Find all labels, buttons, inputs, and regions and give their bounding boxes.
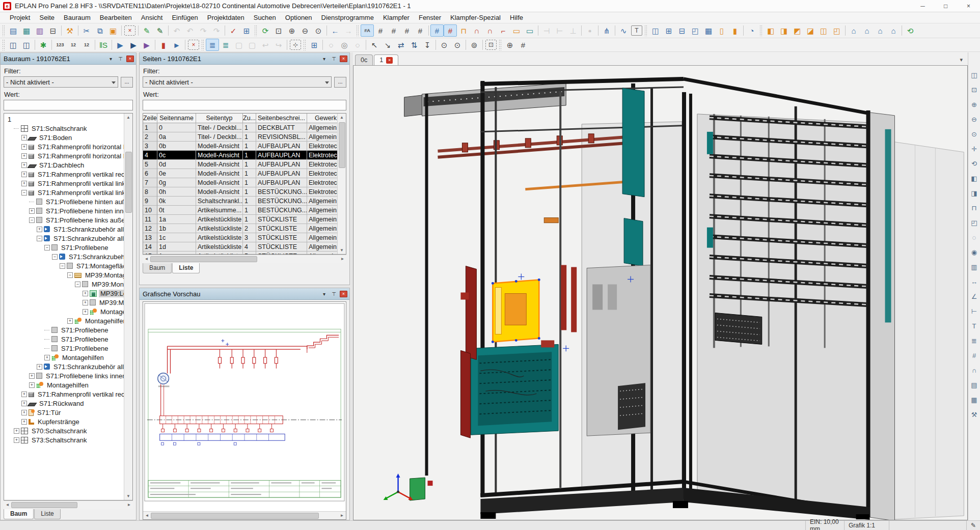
toolbar-grip[interactable] [2, 25, 5, 36]
tree-expand-icon[interactable]: + [21, 419, 27, 425]
door-view-icon[interactable]: ▯ [715, 24, 728, 37]
coordinate-display-icon[interactable]: ▭ [510, 24, 523, 37]
grid-size-b-icon[interactable]: # [374, 24, 387, 37]
toolbar-grip[interactable] [2, 39, 5, 50]
scroll-left-icon[interactable]: ◄ [4, 501, 11, 509]
tree-expand-icon[interactable]: + [21, 144, 27, 150]
window-dock-icon[interactable]: ◫ [969, 70, 979, 80]
zoom-out-icon[interactable]: ⊖ [969, 114, 979, 124]
scroll-left-icon[interactable]: ◄ [143, 255, 150, 263]
menu-projekt[interactable]: Projekt [5, 13, 35, 22]
rotate-view-icon[interactable]: ⟲ [969, 158, 979, 169]
tree-expand-icon[interactable]: − [67, 272, 73, 278]
stamp-tool-icon[interactable]: ⊕ [503, 39, 516, 51]
stack-items-icon[interactable]: ⇅ [407, 39, 421, 51]
align-right-icon[interactable]: ⊢ [553, 24, 566, 37]
grid-size-a-icon[interactable]: #A [361, 24, 374, 37]
show-all-icon[interactable]: ◉ [969, 247, 979, 257]
verify-document-icon[interactable]: ✓ [227, 24, 240, 37]
bauraum-tree-vscrollbar[interactable]: ▲ ▼ [124, 114, 132, 500]
tree-expand-icon[interactable]: − [21, 190, 27, 196]
scroll-thumb[interactable] [125, 152, 132, 213]
jump-forward-icon[interactable]: ↪ [272, 39, 285, 51]
seiten-filter-combo[interactable]: - Nicht aktiviert - [143, 76, 332, 88]
table-row-page-0e[interactable]: 60eModell-Ansicht1AUFBAUPLANElektrotechn… [143, 169, 337, 178]
toolbar-grip[interactable] [303, 39, 306, 50]
format-brush-icon[interactable]: ✎ [140, 24, 153, 37]
menu-projektdaten[interactable]: Projektdaten [203, 13, 249, 22]
tree-expand-icon[interactable]: + [37, 227, 42, 232]
table-row-page-0t[interactable]: 100tArtikelsumme...1BESTÜCKUNG...Allgeme… [143, 206, 337, 215]
snap-to-grid-icon[interactable]: # [430, 24, 444, 37]
design-mode-icon[interactable]: # [444, 24, 457, 37]
menu-bauraum[interactable]: Bauraum [59, 13, 95, 22]
tree-item-s71-profilebene-hinten-innen[interactable]: +S71:Profilebene hinten innen [6, 206, 124, 215]
view-cube-top-icon[interactable]: ◫ [817, 24, 830, 37]
delete-placement-icon[interactable]: × [188, 40, 199, 50]
scroll-right-icon[interactable]: ► [339, 255, 346, 263]
scroll-thumb[interactable] [151, 513, 319, 519]
tree-item-s71-profilebene[interactable]: S71:Profilebene [6, 334, 124, 344]
seiten-tab-liste[interactable]: Liste [172, 263, 200, 273]
seiten-filter-more-button[interactable]: ... [334, 77, 346, 88]
zoom-100-icon[interactable]: ⊙ [312, 24, 325, 37]
document-tab-1[interactable]: 1× [374, 54, 398, 65]
bauraum-menu-arrow-icon[interactable]: ▾ [107, 55, 115, 62]
menu-dienstprogramme[interactable]: Dienstprogramme [317, 13, 378, 22]
rail-view-icon[interactable]: ▮ [728, 24, 742, 37]
number-123-icon[interactable]: 123 [53, 39, 67, 51]
grid-size-e-icon[interactable]: # [414, 24, 427, 37]
refresh-view-icon[interactable]: ⟳ [259, 24, 272, 37]
tree-expand-icon[interactable]: + [21, 181, 27, 186]
bauraum-tree-hscrollbar[interactable]: ◄ ► [4, 500, 133, 509]
toolbar-grip[interactable] [201, 39, 204, 50]
undo-icon[interactable]: ↶ [170, 24, 183, 37]
scroll-right-icon[interactable]: ► [338, 512, 346, 519]
tree-item-s71-schaltschrank[interactable]: S71:Schaltschrank [6, 124, 124, 133]
ring-terminal-b-icon[interactable]: ⊙ [451, 39, 464, 51]
tree-expand-icon[interactable]: + [14, 428, 19, 434]
view-iso-icon[interactable]: ◰ [969, 217, 979, 228]
scroll-thumb[interactable] [150, 256, 257, 262]
place-circle-b-icon[interactable]: ◎ [338, 39, 351, 51]
tree-item-s71-rahmenprofil-vertikal-rechts-hinten[interactable]: +S71:Rahmenprofil vertikal rechts hinten [6, 389, 124, 399]
scroll-down-icon[interactable]: ▼ [338, 246, 346, 254]
table-row-page-0d[interactable]: 50dModell-Ansicht1AUFBAUPLANElektrotechn… [143, 160, 337, 169]
column-header-seitentyp[interactable]: Seitentyp [196, 114, 243, 123]
maximize-button[interactable]: □ [934, 0, 957, 12]
view-cube-right-icon[interactable]: ◪ [804, 24, 817, 37]
new-layer-icon[interactable]: ≣ [219, 39, 232, 51]
tree-item-s70-schaltschrank[interactable]: +S70:Schaltschrank [6, 426, 124, 435]
text-note-icon[interactable]: T [969, 321, 979, 331]
grid-size-c-icon[interactable]: # [387, 24, 400, 37]
column-header-zu[interactable]: Zu... [243, 114, 256, 123]
tree-item-s71-dachblech[interactable]: +S71:Dachblech [6, 160, 124, 170]
table-row-page-1c[interactable]: 131cArtikelstückliste3STÜCKLISTEAllgemei… [143, 233, 337, 242]
ring-terminal-a-icon[interactable]: ⊙ [438, 39, 451, 51]
tree-item-mp39-log[interactable]: +MP39:Log... [6, 289, 124, 298]
import-assembly-icon[interactable]: ▮ [157, 39, 170, 51]
view-side-icon[interactable]: ◨ [969, 188, 979, 198]
window-split-icon[interactable]: ◫ [649, 24, 662, 37]
format-brush-assign-icon[interactable]: ✎ [153, 24, 167, 37]
tree-item-s71-profilebene-links-au-en[interactable]: −S71:Profilebene links außen [6, 215, 124, 225]
tree-item-mp39-monta[interactable]: −MP39:Monta... [6, 280, 124, 289]
zoom-window-icon[interactable]: ⊡ [272, 24, 285, 37]
view-front-icon[interactable]: ◧ [969, 173, 979, 183]
zoom-out-icon[interactable]: ⊖ [298, 24, 312, 37]
page-forward-icon[interactable]: ▢ [246, 39, 259, 51]
hide-element-icon[interactable]: ◌ [969, 232, 979, 242]
next-view-icon[interactable]: → [342, 24, 355, 37]
text-tool-icon[interactable]: T [631, 25, 642, 36]
tree-item-s71-schrankzubeh-r-allgemein[interactable]: −S71:Schrankzubehör allgemein [6, 234, 124, 243]
print-icon[interactable]: ⊟ [46, 24, 60, 37]
view-house-nw-icon[interactable]: ⌂ [887, 24, 900, 37]
tree-item-s71-schrankzubeh-r-allgemein[interactable]: +S71:Schrankzubehör allgemein [6, 362, 124, 371]
move-item-icon[interactable]: ↘ [381, 39, 394, 51]
vorschau-menu-arrow-icon[interactable]: ▾ [320, 290, 328, 297]
zoom-in-icon[interactable]: ⊕ [285, 24, 298, 37]
pan-view-icon[interactable]: ✛ [969, 144, 979, 154]
grid-size-d-icon[interactable]: # [400, 24, 414, 37]
swap-items-icon[interactable]: ⇄ [394, 39, 407, 51]
tab-close-icon[interactable]: × [386, 57, 393, 64]
